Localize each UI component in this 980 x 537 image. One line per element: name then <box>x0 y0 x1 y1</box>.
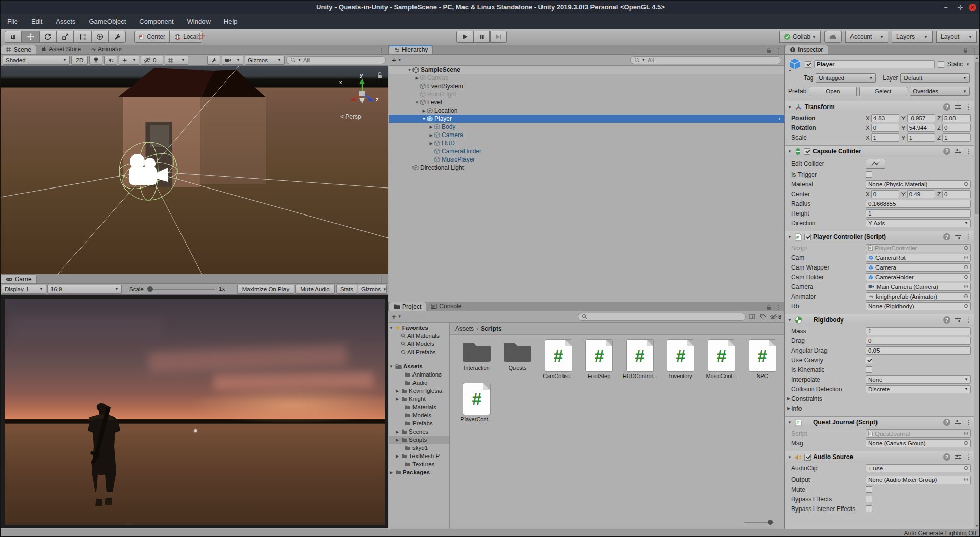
direction-dropdown[interactable]: Y-Axis▼ <box>866 219 971 227</box>
output-object-field[interactable]: None (Audio Mixer Group)⊙ <box>866 476 971 484</box>
hierarchy-lock-icon[interactable] <box>766 47 772 53</box>
object-picker-icon[interactable]: ⊙ <box>964 264 968 271</box>
favorite-all-materials[interactable]: All Materials <box>389 332 449 340</box>
info-foldout[interactable]: Info <box>791 405 802 412</box>
drag-field[interactable]: 0 <box>866 337 971 345</box>
menu-edit[interactable]: Edit <box>24 18 49 25</box>
menu-component[interactable]: Component <box>133 18 180 25</box>
static-dropdown-icon[interactable]: ▼ <box>966 62 970 67</box>
scale-tool-button[interactable] <box>57 31 74 43</box>
asset-script-npc[interactable]: # NPC <box>742 340 783 379</box>
object-picker-icon[interactable]: ⊙ <box>964 254 968 261</box>
collapse-arrow-icon[interactable]: ▶ <box>428 141 434 146</box>
pivot-toggle-button[interactable]: Center <box>134 31 170 43</box>
object-picker-icon[interactable]: ⊙ <box>964 465 968 471</box>
asset-script-hudcontroller[interactable]: # HUDControl... <box>620 340 660 379</box>
object-picker-icon[interactable]: ⊙ <box>964 440 968 446</box>
tab-console[interactable]: Console <box>426 302 466 311</box>
is-kinematic-checkbox[interactable] <box>866 366 872 373</box>
position-z-field[interactable]: 5.08 <box>942 114 971 122</box>
component-menu-icon[interactable]: ⋮ <box>966 103 972 111</box>
center-x-field[interactable]: 0 <box>871 190 899 198</box>
component-menu-icon[interactable]: ⋮ <box>966 148 972 155</box>
capsule-collider-header[interactable]: ▼ Capsule Collider ? ⋮ <box>785 145 974 157</box>
quest-journal-header[interactable]: ▼ # Quest Journal (Script) ? ⋮ <box>785 416 974 428</box>
tab-project[interactable]: Project <box>389 302 426 311</box>
scale-z-field[interactable]: 1 <box>942 133 971 142</box>
object-picker-icon[interactable]: ⊙ <box>964 283 968 290</box>
help-icon[interactable]: ? <box>943 103 950 111</box>
audio-toggle[interactable] <box>104 56 117 65</box>
collision-detection-dropdown[interactable]: Discrete▼ <box>866 385 971 393</box>
rect-tool-button[interactable] <box>74 31 91 43</box>
folder-scripts[interactable]: ▶Scripts <box>389 436 449 444</box>
project-menu-icon[interactable]: ⋮ <box>775 304 781 311</box>
scene-viewport[interactable]: x y z < Persp <box>1 66 388 274</box>
stats-toggle[interactable]: Stats <box>336 285 357 294</box>
folder-knight[interactable]: ▶Knight <box>389 395 449 403</box>
expand-arrow-icon[interactable]: ▼ <box>407 68 412 72</box>
game-viewport[interactable] <box>1 295 388 528</box>
asset-script-camcollision[interactable]: # CamCollisi... <box>538 340 579 379</box>
object-picker-icon[interactable]: ⊙ <box>964 303 968 309</box>
folder-scenes[interactable]: ▶Scenes <box>389 427 449 436</box>
label-tag-icon[interactable] <box>760 313 767 320</box>
lighting-status[interactable]: Auto Generate Lighting Off <box>904 530 976 537</box>
collapse-arrow-icon[interactable]: ▶ <box>787 396 790 401</box>
rb-object-field[interactable]: None (Rigidbody)⊙ <box>866 302 971 310</box>
component-enabled-checkbox[interactable] <box>804 454 811 461</box>
prefab-open-chevron-icon[interactable]: › <box>778 115 784 122</box>
prefab-open-button[interactable]: Open <box>809 87 857 96</box>
hierarchy-row-camera[interactable]: ▶ Camera <box>389 131 784 139</box>
tab-scene[interactable]: Scene <box>1 45 36 54</box>
game-gizmos-dropdown[interactable]: Gizmos▼ <box>358 285 387 294</box>
effects-dropdown[interactable]: ▼ <box>119 56 139 65</box>
presets-icon[interactable] <box>955 148 962 154</box>
tab-inspector[interactable]: Inspector <box>785 45 828 54</box>
hierarchy-row-pointlight[interactable]: Point Light <box>389 90 784 98</box>
project-search-input[interactable] <box>578 313 746 321</box>
center-z-field[interactable]: 0 <box>942 190 971 198</box>
asset-script-footstep[interactable]: # FootStep <box>579 340 620 379</box>
folder-materials[interactable]: Materials <box>389 403 449 411</box>
scale-slider-handle[interactable] <box>147 286 153 292</box>
asset-folder-interaction[interactable]: Interaction <box>456 340 497 371</box>
collapse-arrow-icon[interactable]: ▶ <box>414 76 420 80</box>
scene-camera-dropdown[interactable]: ▼ <box>222 56 243 65</box>
hierarchy-row-scene[interactable]: ▼ SampleScene <box>389 66 784 74</box>
height-field[interactable]: 1 <box>866 209 971 218</box>
scene-gizmos-dropdown[interactable]: Gizmos▼ <box>245 56 285 65</box>
static-checkbox[interactable] <box>938 61 944 68</box>
component-enabled-checkbox[interactable] <box>804 148 810 155</box>
folder-audio[interactable]: Audio <box>389 379 449 387</box>
hand-tool-button[interactable] <box>5 31 22 43</box>
asset-script-playercontroller[interactable]: # PlayerCont... <box>456 383 497 422</box>
import-asset-icon[interactable] <box>749 313 757 320</box>
constraints-foldout[interactable]: Constraints <box>791 395 822 402</box>
presets-icon[interactable] <box>955 104 962 110</box>
scrollbar-thumb[interactable] <box>975 62 979 214</box>
expand-arrow-icon[interactable]: ▼ <box>414 100 420 105</box>
rotation-y-field[interactable]: 54.944 <box>907 124 935 132</box>
pause-button[interactable] <box>473 31 490 43</box>
rotation-z-field[interactable]: 0 <box>942 124 971 132</box>
scene-visibility-toggle[interactable]: 0 <box>141 56 163 65</box>
display-dropdown[interactable]: Display 1▼ <box>2 285 46 294</box>
favorites-section[interactable]: ▼★ Favorites <box>389 324 449 332</box>
hierarchy-row-player[interactable]: ▼ Player › <box>389 115 784 123</box>
folder-animations[interactable]: Animations <box>389 370 449 379</box>
use-gravity-checkbox[interactable] <box>866 357 872 363</box>
favorite-all-prefabs[interactable]: All Prefabs <box>389 348 449 356</box>
breadcrumb-assets[interactable]: Assets <box>455 325 474 332</box>
scroll-up-icon[interactable]: ▲ <box>975 56 979 59</box>
gameobject-name-field[interactable]: Player <box>814 60 935 68</box>
presets-icon[interactable] <box>955 234 962 240</box>
game-panel-menu-icon[interactable]: ⋮ <box>379 276 385 283</box>
layout-dropdown[interactable]: Layout▼ <box>936 31 977 43</box>
grid-snap-button[interactable] <box>196 32 207 42</box>
edit-collider-button[interactable] <box>866 159 885 169</box>
hierarchy-row-body[interactable]: ▶ Body <box>389 123 784 131</box>
hierarchy-row-canvas[interactable]: ▶ Canvas <box>389 74 784 82</box>
lighting-toggle[interactable] <box>89 56 102 65</box>
camera-object-field[interactable]: Main Camera (Camera)⊙ <box>866 283 971 291</box>
